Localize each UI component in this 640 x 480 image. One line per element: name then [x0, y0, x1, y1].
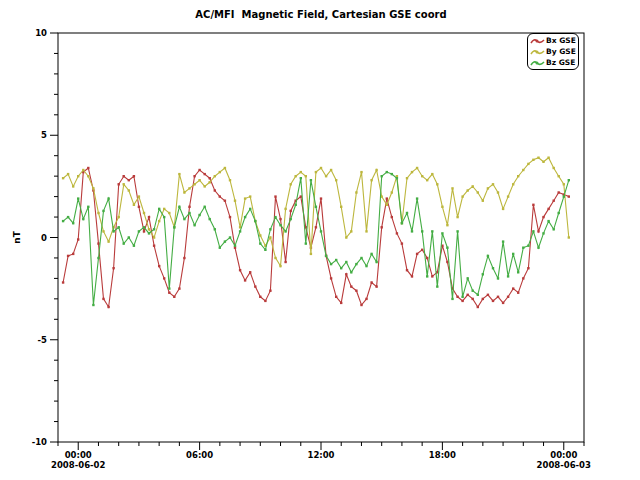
- data-point-marker: [315, 206, 317, 208]
- data-point-marker: [274, 195, 276, 197]
- data-point-marker: [492, 183, 494, 185]
- data-point-marker: [163, 277, 165, 279]
- data-point-marker: [264, 249, 266, 251]
- data-point-marker: [77, 238, 79, 240]
- data-point-marker: [406, 212, 408, 214]
- data-point-marker: [451, 187, 453, 189]
- data-point-marker: [487, 255, 489, 257]
- series-line-bx-gse: [63, 168, 569, 307]
- plot-svg: 00:002008-06-0206:0012:0018:0000:002008-…: [0, 0, 640, 480]
- data-point-marker: [214, 189, 216, 191]
- legend-item-bx-gse: Bx GSE: [530, 35, 576, 46]
- data-point-marker: [214, 175, 216, 177]
- data-point-marker: [487, 294, 489, 296]
- data-point-marker: [219, 171, 221, 173]
- data-point-marker: [406, 269, 408, 271]
- data-point-marker: [82, 218, 84, 220]
- data-point-marker: [467, 294, 469, 296]
- data-point-marker: [502, 302, 504, 304]
- y-tick-label: 5: [41, 130, 47, 140]
- data-point-marker: [102, 210, 104, 212]
- data-point-marker: [193, 183, 195, 185]
- data-point-marker: [279, 224, 281, 226]
- chart-window: AC/MFI Magnetic Field, Cartesian GSE coo…: [0, 0, 640, 480]
- data-point-marker: [558, 175, 560, 177]
- data-point-marker: [112, 230, 114, 232]
- data-point-marker: [138, 230, 140, 232]
- data-point-marker: [310, 179, 312, 181]
- data-point-marker: [568, 195, 570, 197]
- data-point-marker: [502, 240, 504, 242]
- data-point-marker: [532, 159, 534, 161]
- data-point-marker: [204, 185, 206, 187]
- data-point-marker: [143, 230, 145, 232]
- data-point-marker: [269, 236, 271, 238]
- data-point-marker: [214, 228, 216, 230]
- data-point-marker: [472, 290, 474, 292]
- legend: Bx GSEBy GSEBz GSE: [527, 33, 579, 70]
- data-point-marker: [542, 232, 544, 234]
- data-point-marker: [461, 195, 463, 197]
- x-date-label: 2008-06-02: [51, 460, 105, 470]
- data-point-marker: [401, 222, 403, 224]
- data-point-marker: [279, 265, 281, 267]
- data-series: [62, 157, 570, 309]
- data-point-marker: [345, 236, 347, 238]
- data-point-marker: [553, 167, 555, 169]
- data-point-marker: [87, 206, 89, 208]
- data-point-marker: [360, 257, 362, 259]
- x-tick-label: 00:00: [65, 450, 92, 460]
- data-point-marker: [158, 220, 160, 222]
- data-point-marker: [92, 187, 94, 189]
- data-point-marker: [118, 216, 120, 218]
- data-point-marker: [487, 187, 489, 189]
- data-point-marker: [320, 230, 322, 232]
- data-point-marker: [537, 157, 539, 159]
- data-point-marker: [102, 298, 104, 300]
- data-point-marker: [128, 236, 130, 238]
- data-point-marker: [300, 177, 302, 179]
- data-point-marker: [168, 292, 170, 294]
- data-point-marker: [249, 208, 251, 210]
- data-point-marker: [97, 242, 99, 244]
- data-point-marker: [547, 157, 549, 159]
- data-point-marker: [391, 191, 393, 193]
- data-point-marker: [456, 230, 458, 232]
- data-point-marker: [284, 261, 286, 263]
- data-point-marker: [411, 275, 413, 277]
- data-point-marker: [416, 197, 418, 199]
- data-point-marker: [107, 240, 109, 242]
- data-point-marker: [502, 208, 504, 210]
- data-point-marker: [350, 285, 352, 287]
- data-point-marker: [406, 177, 408, 179]
- data-point-marker: [107, 306, 109, 308]
- data-point-marker: [183, 257, 185, 259]
- data-point-marker: [381, 226, 383, 228]
- data-point-marker: [456, 296, 458, 298]
- data-point-marker: [446, 247, 448, 249]
- data-point-marker: [492, 300, 494, 302]
- data-point-marker: [467, 277, 469, 279]
- data-point-marker: [375, 169, 377, 171]
- data-point-marker: [391, 216, 393, 218]
- data-point-marker: [431, 173, 433, 175]
- data-point-marker: [345, 261, 347, 263]
- data-point-marker: [350, 230, 352, 232]
- series-line-bz-gse: [63, 172, 569, 305]
- data-point-marker: [62, 177, 64, 179]
- y-tick-label: 10: [35, 28, 47, 38]
- data-point-marker: [482, 273, 484, 275]
- data-point-marker: [497, 296, 499, 298]
- data-point-marker: [259, 296, 261, 298]
- data-point-marker: [178, 206, 180, 208]
- data-point-marker: [335, 259, 337, 261]
- data-point-marker: [173, 226, 175, 228]
- data-point-marker: [335, 179, 337, 181]
- data-point-marker: [138, 206, 140, 208]
- data-point-marker: [360, 304, 362, 306]
- data-point-marker: [421, 249, 423, 251]
- data-point-marker: [229, 236, 231, 238]
- data-point-marker: [507, 275, 509, 277]
- data-point-marker: [193, 175, 195, 177]
- data-point-marker: [290, 218, 292, 220]
